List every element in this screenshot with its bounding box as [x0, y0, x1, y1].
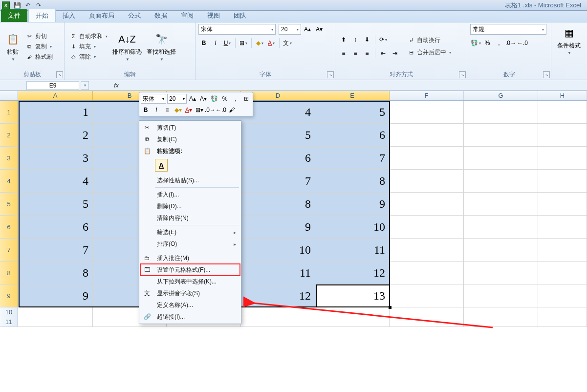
- cell[interactable]: 12: [315, 261, 390, 284]
- menu-clear[interactable]: 清除内容(N): [140, 212, 240, 224]
- cell[interactable]: 5: [241, 124, 315, 147]
- cell[interactable]: [464, 147, 538, 170]
- row-header-6[interactable]: 6: [0, 216, 18, 239]
- tab-view[interactable]: 视图: [200, 9, 227, 22]
- row-header-1[interactable]: 1: [0, 101, 18, 124]
- bold-button[interactable]: B: [198, 38, 209, 48]
- mini-center-icon[interactable]: ≡: [162, 105, 172, 115]
- cell[interactable]: [464, 261, 538, 284]
- menu-define-name[interactable]: 定义名称(A)...: [140, 299, 240, 311]
- mini-grow-icon[interactable]: A▴: [188, 94, 197, 104]
- find-button[interactable]: 🔭 查找和选择 ▼: [145, 30, 178, 63]
- row-header-11[interactable]: 11: [0, 317, 18, 327]
- cell[interactable]: [538, 284, 587, 307]
- mini-fontcolor-icon[interactable]: A▾: [184, 105, 194, 115]
- tab-home[interactable]: 开始: [28, 9, 56, 22]
- name-box[interactable]: E9: [26, 81, 79, 90]
- tab-team[interactable]: 团队: [227, 9, 253, 22]
- cell[interactable]: 6: [315, 124, 390, 147]
- cell[interactable]: [538, 193, 587, 216]
- align-right-icon[interactable]: ≡: [362, 48, 372, 59]
- tab-layout[interactable]: 页面布局: [82, 9, 121, 22]
- font-color-button[interactable]: A▾: [266, 38, 277, 48]
- cell[interactable]: [390, 284, 464, 307]
- col-header-F[interactable]: F: [390, 91, 464, 100]
- menu-insert[interactable]: 插入(I)...: [140, 189, 240, 200]
- indent-inc-icon[interactable]: ⇥: [390, 48, 400, 59]
- mini-font-combo[interactable]: 宋体▾: [141, 94, 166, 104]
- tab-file[interactable]: 文件: [1, 9, 27, 22]
- cell[interactable]: [538, 147, 587, 170]
- cell[interactable]: [538, 124, 587, 147]
- cell[interactable]: 8: [18, 261, 93, 284]
- cell[interactable]: [315, 317, 390, 327]
- row-header-4[interactable]: 4: [0, 170, 18, 193]
- italic-button[interactable]: I: [210, 38, 221, 48]
- cell[interactable]: [538, 239, 587, 261]
- cell[interactable]: [538, 317, 587, 327]
- mini-size-combo[interactable]: 20▾: [167, 94, 187, 104]
- align-top-icon[interactable]: ⬆: [338, 34, 349, 45]
- number-launcher[interactable]: ↘: [543, 71, 550, 78]
- col-header-H[interactable]: H: [538, 91, 587, 100]
- cell[interactable]: [538, 307, 587, 317]
- cell[interactable]: [464, 307, 538, 317]
- cell[interactable]: 8: [241, 193, 315, 216]
- cell[interactable]: 9: [18, 284, 93, 307]
- font-name-combo[interactable]: 宋体▾: [198, 24, 276, 35]
- row-header-2[interactable]: 2: [0, 124, 18, 147]
- currency-icon[interactable]: 💱▾: [470, 38, 481, 48]
- col-header-E[interactable]: E: [315, 91, 390, 100]
- painter-button[interactable]: 🖌格式刷: [23, 52, 55, 62]
- cell[interactable]: [390, 317, 464, 327]
- cell[interactable]: 13: [315, 284, 390, 307]
- select-all-corner[interactable]: [0, 91, 18, 100]
- row-header-3[interactable]: 3: [0, 147, 18, 170]
- mini-currency-icon[interactable]: 💱: [209, 94, 219, 104]
- cell[interactable]: [464, 101, 538, 124]
- row-header-5[interactable]: 5: [0, 193, 18, 216]
- cell[interactable]: [464, 317, 538, 327]
- sort-button[interactable]: A↓Z 排序和筛选 ▼: [110, 30, 144, 63]
- fill-button[interactable]: ⬇填充▾: [67, 42, 109, 51]
- wrap-button[interactable]: ↲自动换行: [405, 36, 453, 45]
- menu-cut[interactable]: ✂剪切(T): [140, 122, 240, 133]
- cell[interactable]: [390, 307, 464, 317]
- cell[interactable]: [390, 147, 464, 170]
- cell[interactable]: 7: [315, 147, 390, 170]
- paste-option-values[interactable]: A: [155, 159, 168, 172]
- cell[interactable]: 5: [315, 101, 390, 124]
- orientation-icon[interactable]: ⟳▾: [378, 34, 389, 45]
- cell[interactable]: [241, 317, 315, 327]
- cell[interactable]: [538, 216, 587, 239]
- cell[interactable]: [241, 307, 315, 317]
- cell[interactable]: [464, 124, 538, 147]
- cell[interactable]: 4: [18, 170, 93, 193]
- dec-decimal-icon[interactable]: ←.0: [517, 38, 528, 48]
- cell[interactable]: [464, 284, 538, 307]
- fill-handle[interactable]: [389, 306, 391, 309]
- cell[interactable]: 6: [18, 216, 93, 239]
- fx-icon[interactable]: fx: [110, 81, 122, 90]
- mini-borders-icon[interactable]: ⊞▾: [195, 105, 204, 115]
- mini-percent-icon[interactable]: %: [220, 94, 230, 104]
- align-launcher[interactable]: ↘: [459, 71, 466, 78]
- cell[interactable]: [390, 101, 464, 124]
- cell[interactable]: 9: [241, 216, 315, 239]
- clear-button[interactable]: ◇清除▾: [67, 52, 109, 62]
- cell[interactable]: 6: [241, 147, 315, 170]
- cell[interactable]: 10: [241, 239, 315, 261]
- menu-sort[interactable]: 排序(O)▸: [140, 238, 240, 250]
- mini-shrink-icon[interactable]: A▾: [198, 94, 208, 104]
- align-left-icon[interactable]: ≡: [338, 48, 349, 59]
- mini-comma-icon[interactable]: ,: [231, 94, 240, 104]
- cell[interactable]: [464, 170, 538, 193]
- cell[interactable]: 11: [241, 261, 315, 284]
- tab-insert[interactable]: 插入: [56, 9, 82, 22]
- menu-filter[interactable]: 筛选(E)▸: [140, 226, 240, 238]
- mini-incdec-icon[interactable]: .0→: [205, 105, 215, 115]
- tab-formulas[interactable]: 公式: [121, 9, 148, 22]
- align-middle-icon[interactable]: ↕: [350, 34, 361, 45]
- mini-bold-button[interactable]: B: [141, 105, 151, 115]
- cell[interactable]: [18, 317, 93, 327]
